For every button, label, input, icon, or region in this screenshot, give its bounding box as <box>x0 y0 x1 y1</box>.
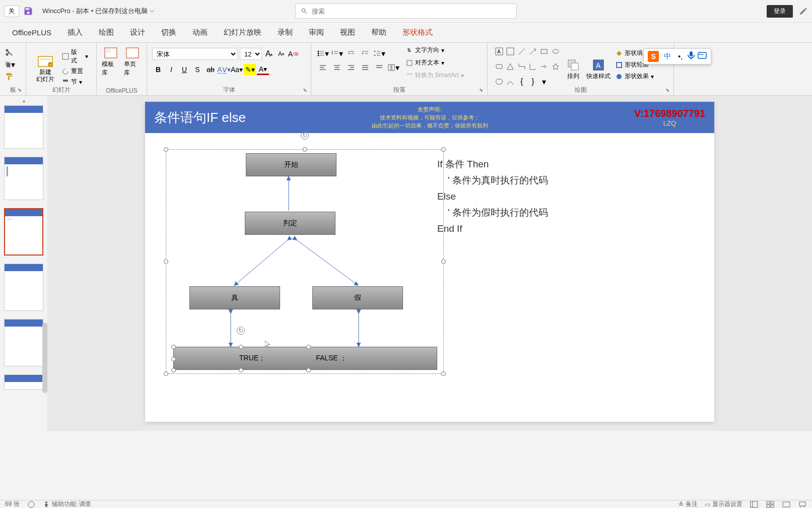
tab-design[interactable]: 设计 <box>122 23 153 42</box>
rotate-handle-icon[interactable]: ↻ <box>301 132 309 140</box>
selection-handle[interactable] <box>171 345 176 349</box>
selection-handle[interactable] <box>171 357 176 361</box>
document-title[interactable]: WinccPro - 副本 • 已保存到这台电脑 <box>42 7 155 16</box>
tab-insert[interactable]: 插入 <box>59 23 91 42</box>
flow-box-false[interactable]: 假 <box>312 286 403 309</box>
slide-canvas[interactable]: 条件语句IF else 免责声明: 技术资料和视频，可能有误，仅供参考； 由此引… <box>145 102 714 422</box>
section-button[interactable]: 节▾ <box>62 78 88 86</box>
shape-roundrect-icon[interactable] <box>495 62 504 71</box>
tab-help[interactable]: 帮助 <box>363 23 394 42</box>
tab-draw[interactable]: 绘图 <box>91 23 122 42</box>
align-center-button[interactable] <box>330 62 344 73</box>
flow-box-result[interactable]: TRUE； FALSE ； <box>173 347 437 370</box>
tab-shape-format[interactable]: 形状格式 <box>394 23 441 42</box>
change-case-button[interactable]: Aa▾ <box>231 64 243 75</box>
slide-thumbnail[interactable] <box>4 319 43 366</box>
highlight-button[interactable]: ✎▾ <box>244 64 256 75</box>
autosave-toggle[interactable]: 关 <box>4 6 19 17</box>
bold-button[interactable]: B <box>152 64 164 75</box>
pen-icon[interactable] <box>799 7 808 16</box>
shape-triangle-icon[interactable] <box>506 62 515 71</box>
justify-button[interactable] <box>359 62 372 73</box>
sorter-view-icon[interactable] <box>766 500 775 509</box>
align-right-button[interactable] <box>345 62 358 73</box>
accessibility-status[interactable]: 辅助功能: 调查 <box>43 500 92 508</box>
flow-box-true[interactable]: 真 <box>189 286 280 309</box>
shape-conn1-icon[interactable] <box>517 62 526 71</box>
thumbnail-panel[interactable]: ▴ ··············· ████ 流程图···· <box>0 96 47 431</box>
shadow-button[interactable]: S <box>191 64 204 75</box>
italic-button[interactable]: I <box>165 64 177 75</box>
shape-brace-r-icon[interactable]: } <box>528 77 537 86</box>
single-page-button[interactable]: 单页库 <box>124 47 142 77</box>
bullets-button[interactable]: ▾ <box>316 48 329 59</box>
align-text-button[interactable]: 对齐文本▾ <box>404 57 466 68</box>
selection-handle[interactable] <box>171 368 176 372</box>
slide-thumbnail-selected[interactable]: 流程图···· <box>4 208 43 256</box>
increase-indent-button[interactable] <box>359 48 372 59</box>
thumb-scroll-up-icon[interactable]: ▴ <box>0 98 47 103</box>
tab-officeplus[interactable]: OfficePLUS <box>4 23 59 42</box>
increase-font-icon[interactable]: A▴ <box>264 49 274 59</box>
tab-review[interactable]: 审阅 <box>301 23 332 42</box>
shape-textbox-v-icon[interactable] <box>506 47 515 56</box>
copy-icon[interactable]: ▾ <box>5 60 15 69</box>
tab-slideshow[interactable]: 幻灯片放映 <box>216 23 269 42</box>
ime-panel[interactable]: S 中 •, <box>643 48 711 65</box>
smartart-button[interactable]: 转换为 SmartArt▾ <box>404 70 466 81</box>
strikethrough-button[interactable]: ab <box>205 64 217 75</box>
char-spacing-button[interactable]: A̲V̲▾ <box>218 64 230 75</box>
shape-rect-icon[interactable] <box>539 47 549 56</box>
ime-keyboard-icon[interactable] <box>698 52 707 61</box>
format-painter-icon[interactable] <box>5 72 15 81</box>
template-button[interactable]: 模板库 <box>102 47 120 77</box>
slide-thumbnail[interactable] <box>4 374 43 390</box>
drawing-expand-icon[interactable]: ⬊ <box>665 87 671 93</box>
normal-view-icon[interactable] <box>750 500 759 509</box>
shape-arrow2-icon[interactable] <box>539 62 549 71</box>
ime-mic-icon[interactable] <box>688 51 695 61</box>
distribute-button[interactable] <box>373 62 386 73</box>
paragraph-expand-icon[interactable]: ⬊ <box>479 87 485 93</box>
thumbnail-scrollbar[interactable] <box>42 323 47 393</box>
rotate-handle-icon[interactable]: ↻ <box>237 327 245 335</box>
underline-button[interactable]: U <box>178 64 190 75</box>
slide-thumbnail[interactable]: ··············· <box>4 105 43 149</box>
language-status[interactable] <box>28 501 35 508</box>
align-left-button[interactable] <box>316 62 329 73</box>
flow-box-start[interactable]: 开始 <box>246 153 336 176</box>
shape-more-icon[interactable]: ▾ <box>539 77 549 86</box>
flow-box-decide[interactable]: 判定 <box>245 212 335 235</box>
reading-view-icon[interactable] <box>782 500 791 509</box>
notes-button[interactable]: ≙备注 <box>679 500 698 508</box>
shape-star-icon[interactable] <box>551 62 560 71</box>
shape-line-icon[interactable] <box>517 47 526 56</box>
cut-icon[interactable] <box>5 48 15 57</box>
selection-handle[interactable] <box>239 345 243 349</box>
line-spacing-button[interactable]: ▾ <box>373 48 386 59</box>
shape-arrow-icon[interactable] <box>528 47 537 56</box>
selection-handle[interactable] <box>239 368 243 372</box>
ime-punct[interactable]: •, <box>676 51 685 61</box>
shape-effect-button[interactable]: 形状效果▾ <box>616 72 654 81</box>
clear-format-icon[interactable]: A⌫ <box>288 49 298 59</box>
search-input[interactable] <box>312 8 511 15</box>
shape-conn2-icon[interactable] <box>528 62 537 71</box>
font-expand-icon[interactable]: ⬊ <box>303 87 309 93</box>
shape-brace-l-icon[interactable]: { <box>517 77 526 86</box>
shape-curve-icon[interactable] <box>506 77 515 86</box>
font-name-select[interactable]: 宋体 <box>152 48 238 60</box>
selection-handle[interactable] <box>306 368 311 372</box>
slideshow-view-icon[interactable] <box>798 500 807 509</box>
tab-transition[interactable]: 切换 <box>153 23 184 42</box>
search-box[interactable] <box>295 4 517 19</box>
display-settings-button[interactable]: ▭显示器设置 <box>705 500 742 508</box>
tab-animation[interactable]: 动画 <box>184 23 216 42</box>
decrease-indent-button[interactable] <box>345 48 358 59</box>
slide-thumbnail[interactable] <box>4 264 43 311</box>
decrease-font-icon[interactable]: A▾ <box>276 49 286 59</box>
font-size-select[interactable]: 12 <box>240 48 262 60</box>
ime-lang[interactable]: 中 <box>662 51 673 62</box>
numbering-button[interactable]: 12▾ <box>330 48 344 59</box>
tab-view[interactable]: 视图 <box>332 23 363 42</box>
